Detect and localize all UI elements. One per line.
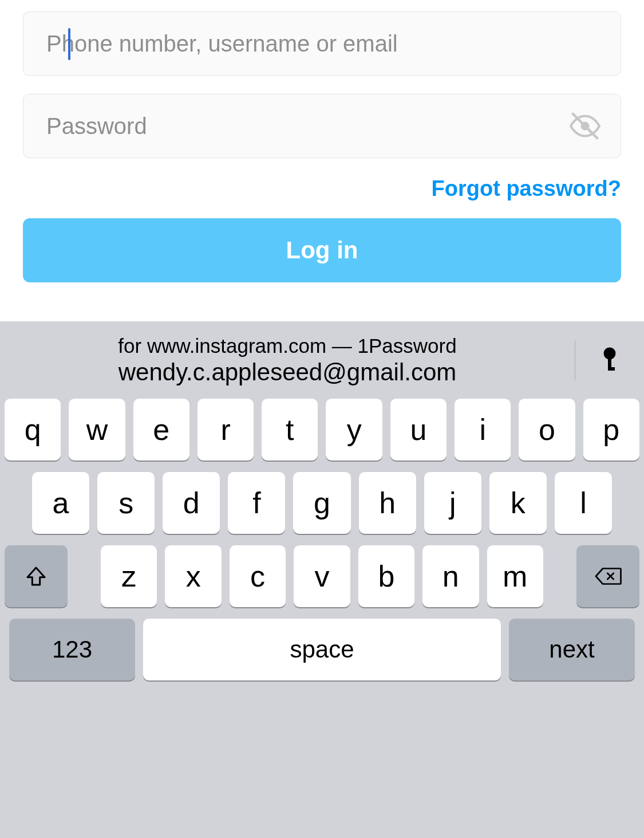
key-a[interactable]: a	[32, 472, 89, 534]
spacer	[76, 545, 93, 607]
key-h[interactable]: h	[359, 472, 416, 534]
key-s[interactable]: s	[97, 472, 155, 534]
spacer	[551, 545, 568, 607]
key-v[interactable]: v	[294, 545, 350, 607]
autofill-suggestion-bar: for www.instagram.com — 1Password wendy.…	[0, 321, 644, 399]
ios-keyboard: for www.instagram.com — 1Password wendy.…	[0, 321, 644, 838]
key-t[interactable]: t	[262, 399, 318, 461]
password-field-wrap[interactable]	[23, 94, 621, 158]
space-key[interactable]: space	[143, 619, 501, 680]
key-c[interactable]: c	[230, 545, 286, 607]
key-d[interactable]: d	[163, 472, 220, 534]
shift-icon	[25, 565, 48, 588]
password-manager-button[interactable]	[575, 347, 644, 374]
autofill-suggestion[interactable]: for www.instagram.com — 1Password wendy.…	[0, 335, 575, 386]
key-o[interactable]: o	[519, 399, 575, 461]
login-button[interactable]: Log in	[23, 218, 621, 282]
keyboard-row-4: 123 space next	[5, 619, 639, 680]
key-g[interactable]: g	[293, 472, 350, 534]
keyboard-row-2: a s d f g h j k l	[5, 472, 639, 534]
toggle-password-visibility-icon[interactable]	[567, 108, 603, 144]
backspace-icon	[594, 566, 622, 587]
key-l[interactable]: l	[555, 472, 612, 534]
login-form: Forgot password? Log in	[0, 0, 644, 282]
autofill-value-label: wendy.c.appleseed@gmail.com	[11, 359, 563, 386]
key-j[interactable]: j	[424, 472, 481, 534]
key-b[interactable]: b	[358, 545, 414, 607]
key-z[interactable]: z	[101, 545, 157, 607]
keyboard-row-3: z x c v b n m	[5, 545, 639, 607]
svg-point-2	[604, 347, 616, 359]
key-k[interactable]: k	[489, 472, 547, 534]
key-p[interactable]: p	[583, 399, 639, 461]
key-e[interactable]: e	[133, 399, 189, 461]
next-key[interactable]: next	[509, 619, 635, 680]
numeric-key[interactable]: 123	[9, 619, 135, 680]
password-input[interactable]	[23, 95, 621, 158]
backspace-key[interactable]	[576, 545, 639, 607]
keyboard-row-1: q w e r t y u i o p	[5, 399, 639, 461]
key-u[interactable]: u	[390, 399, 447, 461]
key-x[interactable]: x	[165, 545, 221, 607]
forgot-password-link[interactable]: Forgot password?	[432, 176, 621, 200]
key-q[interactable]: q	[5, 399, 61, 461]
key-w[interactable]: w	[69, 399, 125, 461]
key-r[interactable]: r	[197, 399, 254, 461]
text-caret	[68, 28, 70, 60]
key-n[interactable]: n	[422, 545, 479, 607]
key-y[interactable]: y	[326, 399, 382, 461]
svg-rect-4	[608, 367, 615, 371]
autofill-context-label: for www.instagram.com — 1Password	[11, 335, 563, 357]
forgot-password-row: Forgot password?	[23, 176, 621, 218]
username-input[interactable]	[23, 12, 621, 75]
username-field-wrap[interactable]	[23, 11, 621, 76]
shift-key[interactable]	[5, 545, 68, 607]
key-f[interactable]: f	[228, 472, 285, 534]
key-icon	[599, 347, 620, 374]
key-m[interactable]: m	[487, 545, 543, 607]
key-i[interactable]: i	[455, 399, 511, 461]
